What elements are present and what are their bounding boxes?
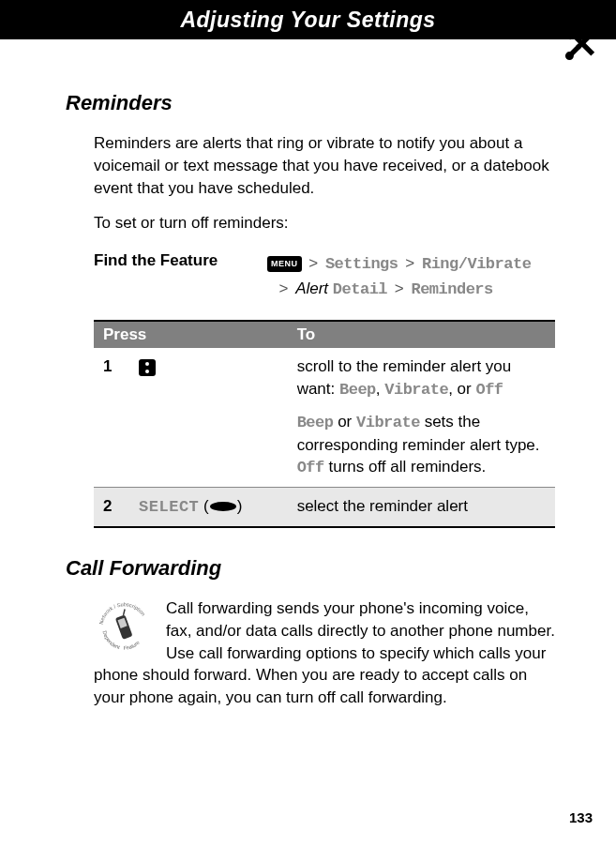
- reminders-heading: Reminders: [66, 91, 555, 115]
- network-feature-icon: Network / Subscription Dependent Feature: [94, 597, 155, 658]
- svg-point-5: [210, 502, 236, 511]
- reminders-intro: Reminders are alerts that ring or vibrat…: [94, 132, 555, 199]
- step-desc: scroll to the reminder alert you want: B…: [288, 348, 555, 487]
- callfw-text: Call forwarding sends your phone's incom…: [94, 599, 555, 706]
- step-press: SELECT (): [129, 488, 288, 527]
- page-title: Adjusting Your Settings: [180, 8, 435, 33]
- page-number: 133: [569, 809, 593, 825]
- step-press: [129, 348, 288, 487]
- find-feature-label: Find the Feature: [94, 251, 267, 301]
- step-number: 1: [94, 348, 129, 487]
- step-number: 2: [94, 488, 129, 527]
- table-row: 1 scroll to the reminder alert you want:…: [94, 348, 555, 487]
- content-area: Reminders Reminders are alerts that ring…: [0, 39, 616, 728]
- softkey-icon: [209, 496, 237, 519]
- callfw-paragraph: Network / Subscription Dependent Feature…: [94, 597, 555, 709]
- breadcrumb-sep: >: [395, 279, 404, 297]
- find-feature-path: MENU > Settings > Ring/Vibrate > Alert D…: [267, 251, 531, 301]
- path-alert: Alert: [295, 279, 328, 297]
- breadcrumb-sep: >: [278, 279, 288, 297]
- path-ring-vibrate: Ring/Vibrate: [422, 255, 531, 273]
- select-label: SELECT: [139, 498, 199, 516]
- header-bar: Adjusting Your Settings: [0, 0, 616, 39]
- path-settings: Settings: [325, 255, 398, 273]
- menu-button-icon: MENU: [267, 256, 302, 273]
- col-press: Press: [94, 321, 288, 348]
- callfw-heading: Call Forwarding: [66, 556, 555, 581]
- table-row: 2 SELECT () select the reminder alert: [94, 488, 555, 527]
- step-desc: select the reminder alert: [288, 488, 555, 527]
- breadcrumb-sep: >: [308, 254, 318, 272]
- path-reminders: Reminders: [411, 280, 492, 298]
- find-feature-block: Find the Feature MENU > Settings > Ring/…: [94, 251, 555, 301]
- scroll-key-icon: [139, 359, 156, 376]
- path-detail: Detail: [333, 280, 387, 298]
- breadcrumb-sep: >: [405, 254, 414, 272]
- col-to: To: [288, 321, 555, 348]
- tools-icon: [560, 23, 602, 66]
- svg-line-10: [122, 609, 127, 615]
- steps-table: Press To 1 scroll to the reminder alert …: [94, 320, 555, 528]
- reminders-instruction: To set or turn off reminders:: [94, 212, 555, 234]
